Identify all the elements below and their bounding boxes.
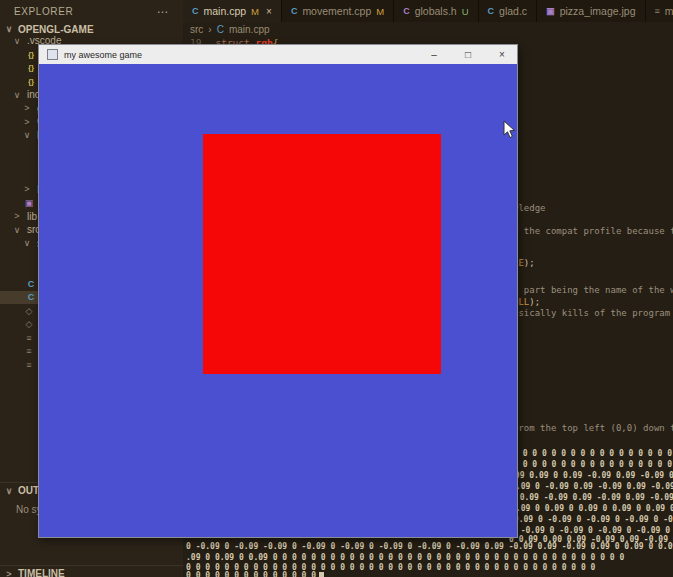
project-root-label: OPENGL-GAME bbox=[18, 24, 94, 35]
c-file-icon: C bbox=[403, 6, 410, 16]
chevron-down-icon: ∨ bbox=[22, 130, 32, 140]
terminal-output-row: 0 0 0 0 0 0 0 0 0 0 0 0 0 0 0 0 0 0 bbox=[513, 460, 673, 469]
chevron-right-icon: > bbox=[4, 569, 14, 577]
terminal-output-row: 0 -0.09 0 -0.09 -0.09 0 -0.09 0 -0.09 0 … bbox=[186, 542, 673, 551]
game-window[interactable]: my awesome game – □ × bbox=[38, 44, 518, 538]
terminal-output-row: 0 0 0 0 0 0 0 0 0 0 0 0 0 0 0 0 0 0 bbox=[513, 449, 673, 458]
editor-tab-bar: C main.cpp M × C movement.cpp M C global… bbox=[183, 0, 673, 22]
terminal-output-row: 9 0.09 -0.09 0.09 -0.09 0.09 -0.09 0. bbox=[510, 493, 673, 502]
terminal-output-row: .09 0 0.09 0 0.09 0 0 0 0 0 0 0 0 0 0 0 … bbox=[186, 553, 624, 562]
tab-movement-cpp[interactable]: C movement.cpp M bbox=[282, 0, 394, 22]
terminal-output-row: 0 -0.09 0 -0.09 0 -0.09 0 -0.09 0 -0. bbox=[511, 526, 673, 535]
c-file-icon: C bbox=[488, 6, 495, 16]
terminal-output-text: 0 0 0 0 0 0 0 0 0 0 0 0 0 0 bbox=[186, 571, 316, 577]
file-icon: ≡ bbox=[24, 360, 34, 370]
cpp-file-icon: C bbox=[217, 24, 224, 35]
chevron-down-icon: ∨ bbox=[12, 36, 22, 46]
tab-label: movement.cpp bbox=[302, 5, 371, 17]
image-file-icon: ▣ bbox=[546, 6, 555, 16]
tab-make-txt[interactable]: ≡ make.txt bbox=[646, 0, 673, 22]
code-punctuation: ); bbox=[529, 297, 540, 307]
git-file-icon: ◇ bbox=[24, 306, 34, 316]
minimize-button[interactable]: – bbox=[427, 49, 441, 60]
code-comment-fragment: d part being the name of the windo bbox=[513, 285, 673, 295]
terminal-output-row: 0.09 0 -0.09 0.09 -0.09 0.09 -0.09 0. bbox=[511, 482, 673, 491]
breadcrumb-file[interactable]: main.cpp bbox=[229, 24, 270, 35]
terminal-output-row: 0.09 0 0.09 0 0.09 0 0.09 0 0.09 0 0. bbox=[511, 504, 673, 513]
tree-item-label: lib bbox=[27, 211, 37, 222]
git-file-icon: ◇ bbox=[24, 319, 34, 329]
game-viewport[interactable] bbox=[39, 64, 517, 537]
close-icon[interactable]: × bbox=[266, 6, 272, 17]
untracked-badge: U bbox=[462, 6, 469, 17]
json-file-icon: {} bbox=[26, 63, 36, 72]
tab-label: make.txt bbox=[665, 5, 673, 17]
chevron-right-icon: > bbox=[22, 117, 32, 127]
chevron-down-icon: ∨ bbox=[12, 225, 22, 235]
tab-glad-c[interactable]: C glad.c bbox=[479, 0, 538, 22]
chevron-down-icon: ∨ bbox=[4, 486, 14, 496]
chevron-right-icon: > bbox=[22, 103, 32, 113]
close-button[interactable]: × bbox=[495, 49, 509, 60]
tab-label: glad.c bbox=[499, 5, 527, 17]
maximize-button[interactable]: □ bbox=[461, 49, 475, 60]
tab-label: pizza_image.jpg bbox=[560, 5, 636, 17]
json-file-icon: {} bbox=[26, 77, 36, 86]
red-square-sprite bbox=[203, 134, 441, 374]
modified-badge: M bbox=[251, 6, 259, 17]
terminal-output-row: .09 0.09 0 0.09 -0.09 0.09 -0.09 0.09 bbox=[510, 471, 673, 480]
chevron-right-icon: › bbox=[208, 24, 211, 35]
terminal-output-row: 0 0 0 0 0 0 0 0 0 0 0 0 0 0 bbox=[186, 571, 324, 577]
tab-pizza-image[interactable]: ▣ pizza_image.jpg bbox=[537, 0, 645, 22]
mouse-cursor bbox=[503, 120, 516, 143]
game-window-titlebar[interactable]: my awesome game – □ × bbox=[39, 45, 517, 64]
terminal-cursor bbox=[319, 572, 324, 577]
chevron-down-icon: ∨ bbox=[4, 24, 14, 34]
file-icon: ≡ bbox=[24, 333, 34, 343]
code-comment-fragment: d the compat profile because tahts bbox=[513, 226, 673, 236]
chevron-down-icon: ∨ bbox=[22, 238, 32, 248]
cpp-file-icon: C bbox=[291, 6, 298, 16]
screen: EXPLORER … ∨ OPENGL-GAME ∨.vscode {}laun… bbox=[0, 0, 673, 577]
explorer-title: EXPLORER bbox=[14, 6, 73, 17]
tab-label: globals.h bbox=[415, 5, 457, 17]
timeline-header-label: TIMELINE bbox=[18, 568, 65, 577]
chevron-down-icon: ∨ bbox=[12, 90, 22, 100]
cpp-file-icon: C bbox=[192, 6, 199, 16]
tab-main-cpp[interactable]: C main.cpp M × bbox=[183, 0, 282, 22]
tab-label: main.cpp bbox=[204, 5, 247, 17]
breadcrumb-folder[interactable]: src bbox=[190, 24, 203, 35]
text-file-icon: ≡ bbox=[655, 6, 660, 16]
code-comment-fragment: from the top left (0,0) down to th bbox=[513, 423, 673, 433]
c-file-icon: C bbox=[26, 279, 36, 289]
code-punctuation: ); bbox=[524, 258, 535, 268]
image-file-icon: ▣ bbox=[24, 198, 34, 208]
app-icon bbox=[47, 49, 58, 60]
timeline-section-header[interactable]: > TIMELINE bbox=[0, 565, 183, 577]
more-actions-icon[interactable]: … bbox=[156, 2, 169, 16]
json-file-icon: {} bbox=[26, 50, 36, 59]
game-window-title: my awesome game bbox=[64, 50, 407, 60]
chevron-right-icon: > bbox=[22, 184, 32, 194]
chevron-right-icon: > bbox=[12, 211, 22, 221]
file-icon: ≡ bbox=[24, 346, 34, 356]
tab-globals-h[interactable]: C globals.h U bbox=[394, 0, 478, 22]
breadcrumb[interactable]: src › C main.cpp bbox=[190, 23, 270, 36]
terminal-output-row: -0.09 0 -0.09 0 -0.09 0 -0.09 0 -0.09 bbox=[509, 515, 673, 524]
code-comment-fragment: asically kills of the program bbox=[513, 308, 670, 318]
cpp-file-icon: C bbox=[26, 292, 36, 302]
modified-badge: M bbox=[376, 6, 384, 17]
explorer-header: EXPLORER … bbox=[0, 0, 183, 22]
